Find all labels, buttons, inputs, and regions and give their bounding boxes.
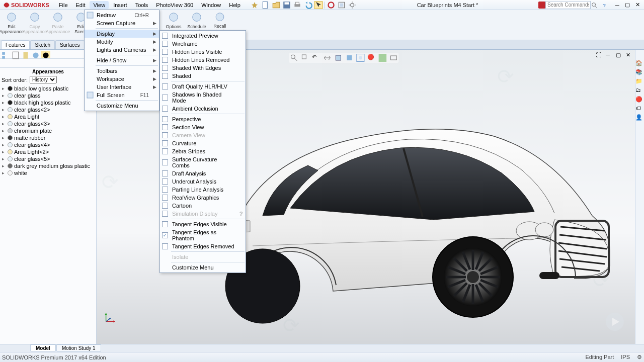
menuitem-user-interface[interactable]: User Interface▶ [85,83,159,91]
search-icon[interactable] [591,2,598,9]
menuitem-shaded[interactable]: Shaded [160,72,246,80]
home-icon[interactable]: 🏠 [635,60,643,68]
save-icon[interactable] [282,1,291,9]
menuitem-workspace[interactable]: Workspace▶ [85,75,159,83]
menuitem-section-view[interactable]: Section View [160,123,246,131]
menuitem-tangent-edges-as-phantom[interactable]: ✓Tangent Edges as Phantom [160,228,246,242]
file-explorer-icon[interactable]: 📁 [635,78,643,86]
new-icon[interactable] [261,1,270,9]
menuitem-hidden-lines-visible[interactable]: Hidden Lines Visible [160,48,246,56]
appearance-item[interactable]: ▸clear glass<5> [2,155,94,162]
appearance-item[interactable]: ▸chromium plate [2,127,94,134]
menuitem-realview-graphics[interactable]: RealView Graphics [160,194,246,202]
prop-mgr-icon[interactable] [11,51,20,58]
appearance-item[interactable]: ▸clear glass<4> [2,141,94,148]
menuitem-toolbars[interactable]: Toolbars▶ [85,67,159,75]
custom-props-icon[interactable]: 🏷 [635,105,643,113]
menu-edit[interactable]: Edit [72,1,89,9]
design-lib-icon[interactable]: 📚 [635,69,643,77]
menuitem-zebra-stripes[interactable]: Zebra Stripes [160,147,246,155]
appearance-item[interactable]: ▸clear glass<3> [2,120,94,127]
help-icon[interactable]: ? [601,2,608,9]
menuitem-draft-quality-hlr-hlv[interactable]: Draft Quality HLR/HLV [160,82,246,90]
bottom-tab-model[interactable]: Model [30,344,56,352]
menuitem-ambient-occlusion[interactable]: Ambient Occlusion [160,105,246,113]
menuitem-lights-and-cameras[interactable]: Lights and Cameras▶ [85,46,159,54]
menuitem-surface-curvature-combs[interactable]: Surface Curvature Combs [160,155,246,169]
appearance-item[interactable]: ▸black low gloss plastic [2,85,94,92]
feature-tree-icon[interactable] [1,51,10,58]
ribbon-edit[interactable]: EditAppearance [0,11,23,40]
maximize-button[interactable]: ▢ [624,2,631,9]
menu-help[interactable]: Help [225,1,244,9]
config-icon[interactable] [21,51,30,58]
menuitem-hidden-lines-removed[interactable]: Hidden Lines Removed [160,56,246,64]
menuitem-draft-analysis[interactable]: Draft Analysis [160,169,246,177]
appearance-item[interactable]: ▸clear glass [2,92,94,99]
display-mgr-icon[interactable] [41,51,50,58]
menuitem-parting-line-analysis[interactable]: Parting Line Analysis [160,186,246,194]
prev-view-icon[interactable]: ↶ [312,54,320,62]
menuitem-tangent-edges-visible[interactable]: Tangent Edges Visible [160,220,246,228]
status-gear-icon[interactable]: ⚙ [637,354,642,360]
select-icon[interactable] [314,1,323,9]
viewport-close-icon[interactable]: ✕ [626,52,633,59]
options-icon[interactable] [337,1,346,9]
appearance-item[interactable]: ▸dark grey medium gloss plastic [2,162,94,169]
appearance-item[interactable]: ▸Area Light<2> [2,148,94,155]
menu-window[interactable]: Window [198,1,224,9]
view-palette-icon[interactable]: 🗂 [635,87,643,95]
menuitem-full-screen[interactable]: Full ScreenF11 [85,91,159,99]
menu-tools[interactable]: Tools [132,1,152,9]
zoom-area-icon[interactable] [301,54,309,62]
menu-file[interactable]: File [55,1,71,9]
menu-insert[interactable]: Insert [110,1,131,9]
menuitem-redraw[interactable]: RedrawCtrl+R [85,11,159,19]
viewport-expand-icon[interactable]: ⛶ [596,52,603,59]
display-style-icon[interactable] [345,54,353,62]
viewport-max-icon[interactable]: ▢ [616,52,623,59]
view-orient-icon[interactable] [334,54,342,62]
menuitem-undercut-analysis[interactable]: Undercut Analysis [160,177,246,186]
menuitem-display[interactable]: Display▶ [85,30,159,38]
tab-surfaces[interactable]: Surfaces [55,40,84,49]
menuitem-shaded-with-edges[interactable]: Shaded With Edges [160,64,246,72]
menuitem-integrated-preview[interactable]: Integrated Preview [160,32,246,40]
menu-view[interactable]: View [90,1,109,9]
view-settings-icon[interactable] [389,54,397,62]
appearance-item[interactable]: ▸black high gloss plastic [2,99,94,106]
menuitem-cartoon[interactable]: Cartoon [160,202,246,210]
zoom-fit-icon[interactable] [290,54,298,62]
print-icon[interactable] [293,1,302,9]
menuitem-shadows-in-shaded-mode[interactable]: Shadows In Shaded Mode [160,90,246,105]
menu-photoview-360[interactable]: PhotoView 360 [152,1,197,9]
menuitem-wireframe[interactable]: Wireframe [160,40,246,48]
menuitem-tangent-edges-removed[interactable]: Tangent Edges Removed [160,242,246,250]
menuitem-customize-menu[interactable]: Customize Menu [85,102,159,110]
menuitem-modify[interactable]: Modify▶ [85,38,159,46]
close-button[interactable]: ✕ [634,2,641,9]
viewport-min-icon[interactable]: ─ [606,52,613,59]
menuitem-customize-menu[interactable]: Customize Menu [160,263,246,272]
dimxpert-icon[interactable] [31,51,40,58]
settings-icon[interactable] [348,1,357,9]
appearance-item[interactable]: ▸matte rubber [2,134,94,141]
search-input[interactable] [545,1,591,9]
appearances-panel-icon[interactable]: 🔴 [635,96,643,104]
rebuild-icon[interactable] [327,1,336,9]
appearance-item[interactable]: ▸Area Light [2,113,94,120]
undo-icon[interactable] [303,1,312,9]
edit-appearance-icon[interactable]: 🔴 [367,54,375,62]
menuitem-hide-show[interactable]: Hide / Show▶ [85,56,159,64]
section-icon[interactable] [323,54,331,62]
tab-features[interactable]: Features [1,40,30,49]
forum-icon[interactable]: 👤 [635,114,643,122]
open-icon[interactable] [272,1,281,9]
bottom-tab-motion-study-1[interactable]: Motion Study 1 [56,344,101,352]
menuitem-perspective[interactable]: Perspective [160,115,246,123]
search-commands[interactable] [538,1,598,9]
tab-sketch[interactable]: Sketch [30,40,55,49]
menuitem-screen-capture[interactable]: Screen Capture▶ [85,19,159,27]
hide-show-icon[interactable] [356,54,364,62]
appearance-item[interactable]: ▸clear glass<2> [2,106,94,113]
